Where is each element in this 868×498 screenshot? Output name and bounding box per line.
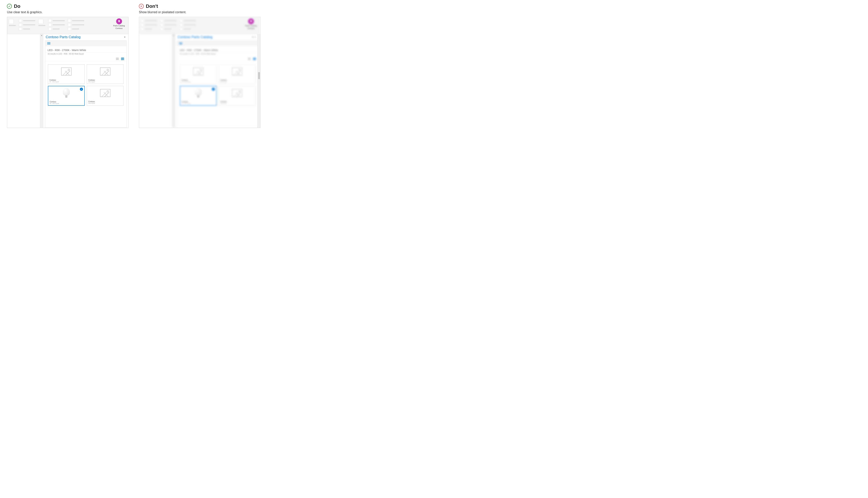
product-card[interactable]: Contoso60 - 65w Equal xyxy=(48,86,85,106)
image-placeholder-icon xyxy=(219,86,255,100)
scrollbar[interactable]: ▲ xyxy=(40,34,43,128)
document-page xyxy=(7,34,40,128)
dont-subtitle: Show blurred or pixelated content. xyxy=(139,10,260,14)
workspace: ▲ Contoso Parts Catalog ▼ ✕ LED - R30 - … xyxy=(139,34,260,128)
grid-view-icon xyxy=(253,57,256,60)
ribbon-group xyxy=(19,18,35,30)
product-card[interactable]: Contoso85w Equal xyxy=(87,86,124,106)
card-label: Contoso xyxy=(87,78,124,81)
workspace: ▲ Contoso Parts Catalog ▼ LED - R30 - 27… xyxy=(7,34,128,128)
ribbon-group xyxy=(49,18,65,30)
ribbon-button-placeholder[interactable] xyxy=(68,27,71,30)
check-icon xyxy=(212,88,215,91)
dont-panel: Don't Show blurred or pixelated content.… xyxy=(139,3,260,128)
scroll-thumb[interactable] xyxy=(258,72,260,79)
ribbon-group xyxy=(68,18,84,30)
card-sublabel: 85w Equal xyxy=(219,103,255,104)
image-placeholder-icon xyxy=(219,65,255,78)
card-sublabel: 60 - 65w Equal xyxy=(48,103,85,104)
card-sublabel: 60 - 65w Equal xyxy=(180,81,217,82)
breadcrumb: LED - R30 - 2700K - Warm White xyxy=(45,46,126,52)
chevron-down-icon[interactable]: ▼ xyxy=(124,36,126,38)
product-card[interactable]: Contoso85w Equal xyxy=(87,64,124,84)
do-panel: Do Use clear text & graphics. xyxy=(7,3,128,128)
image-placeholder-icon xyxy=(87,86,124,100)
product-card: Contoso85w Equal xyxy=(219,64,256,84)
ribbon-addin-button: Parts Catalog Contoso xyxy=(243,18,259,29)
scrollbar: ▲ xyxy=(172,34,175,128)
ribbon-button-placeholder[interactable] xyxy=(68,19,71,22)
addin-label-2: Contoso xyxy=(115,27,122,29)
task-pane: Contoso Parts Catalog ▼ ✕ LED - R30 - 27… xyxy=(175,34,260,128)
product-card: Contoso60 - 65w Equal xyxy=(180,64,217,84)
hamburger-icon[interactable] xyxy=(47,42,50,44)
product-card[interactable]: Contoso60 - 65w Equal xyxy=(48,64,85,84)
addin-label-1: Parts Catalog xyxy=(113,25,125,27)
ribbon-button-placeholder[interactable] xyxy=(49,19,52,22)
ribbon-button-placeholder[interactable] xyxy=(38,19,43,24)
card-sublabel: 85w Equal xyxy=(87,103,124,104)
taskpane-toolbar xyxy=(45,41,126,46)
ribbon-button-placeholder[interactable] xyxy=(49,23,52,26)
product-card: Contoso85w Equal xyxy=(219,86,256,106)
card-label: Contoso xyxy=(219,100,255,103)
grid-view-icon[interactable] xyxy=(121,57,124,60)
scroll-up-icon[interactable]: ▲ xyxy=(41,34,42,37)
do-subtitle: Use clear text & graphics. xyxy=(7,10,128,14)
document-page xyxy=(139,34,172,128)
card-sublabel: 85w Equal xyxy=(87,81,124,82)
ribbon-button-placeholder[interactable] xyxy=(19,27,22,30)
task-pane: Contoso Parts Catalog ▼ LED - R30 - 2700… xyxy=(43,34,128,128)
ribbon-button-placeholder[interactable] xyxy=(9,19,14,24)
lightbulb-icon xyxy=(116,18,122,24)
bulb-image xyxy=(48,86,85,100)
card-label: Contoso xyxy=(48,100,85,103)
product-card: Contoso60 - 65w Equal xyxy=(180,86,217,106)
image-placeholder-icon xyxy=(87,65,124,78)
image-placeholder-icon xyxy=(48,65,85,78)
x-icon xyxy=(139,4,144,9)
card-label: Contoso xyxy=(48,78,85,81)
ribbon-label-placeholder xyxy=(9,25,16,26)
card-sublabel: 60 - 65w Equal xyxy=(180,103,216,104)
do-screenshot: Parts Catalog Contoso ▲ Contoso Parts Ca… xyxy=(7,17,128,128)
taskpane-title: Contoso Parts Catalog xyxy=(46,35,80,39)
product-grid: Contoso60 - 65w EqualContoso85w EqualCon… xyxy=(45,61,126,109)
bulb-image xyxy=(180,86,216,100)
scrollbar[interactable] xyxy=(257,34,260,128)
taskpane-controls: ▼ ✕ xyxy=(252,36,256,38)
card-sublabel: 60 - 65w Equal xyxy=(48,81,85,82)
check-icon xyxy=(80,88,83,91)
hamburger-icon xyxy=(179,42,182,44)
ribbon-button-placeholder[interactable] xyxy=(19,23,22,26)
card-sublabel: 85w Equal xyxy=(219,81,255,82)
taskpane-title: Contoso Parts Catalog xyxy=(178,35,212,39)
view-toggle xyxy=(45,56,126,61)
dont-screenshot: Parts Catalog Contoso ▲ Contoso Parts Ca… xyxy=(139,17,260,128)
product-grid: Contoso60 - 65w EqualContoso85w EqualCon… xyxy=(177,61,258,109)
ribbon-button-placeholder[interactable] xyxy=(68,23,71,26)
ribbon-group xyxy=(38,18,45,26)
dont-header: Don't xyxy=(139,3,260,9)
dont-heading: Don't xyxy=(146,3,158,9)
ribbon-button-placeholder[interactable] xyxy=(19,19,22,22)
card-label: Contoso xyxy=(219,78,255,81)
image-placeholder-icon xyxy=(180,65,217,78)
lightbulb-icon xyxy=(248,18,254,24)
ribbon: Parts Catalog Contoso xyxy=(7,17,128,34)
do-heading: Do xyxy=(14,3,20,9)
ribbon-button-placeholder[interactable] xyxy=(49,27,52,30)
card-label: Contoso xyxy=(87,100,124,103)
ribbon: Parts Catalog Contoso xyxy=(139,17,260,34)
list-view-icon[interactable] xyxy=(116,57,119,60)
card-label: Contoso xyxy=(180,78,217,81)
list-view-icon xyxy=(248,57,251,60)
ribbon-addin-button[interactable]: Parts Catalog Contoso xyxy=(112,18,127,29)
ribbon-group xyxy=(9,18,16,26)
do-header: Do xyxy=(7,3,128,9)
card-label: Contoso xyxy=(180,100,216,103)
check-icon xyxy=(7,4,12,9)
results-count: 16 results in LED - R30 - 60-65 Watt Equ… xyxy=(45,52,126,56)
